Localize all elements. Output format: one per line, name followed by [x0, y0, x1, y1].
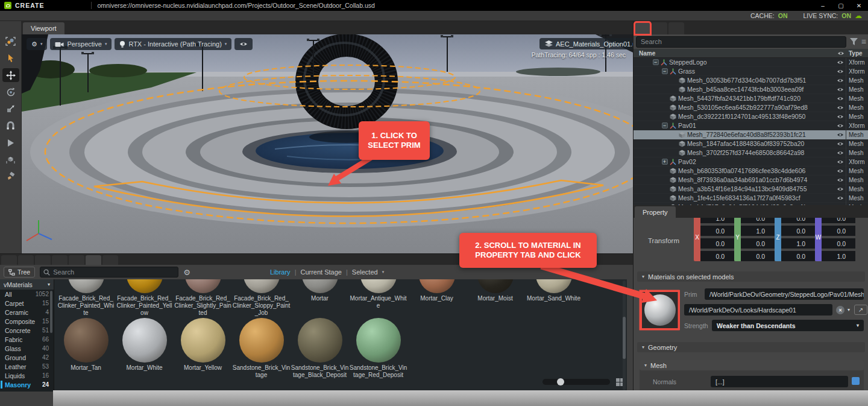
mode-library[interactable]: Library: [270, 268, 291, 276]
stage-tree-row[interactable]: Mesh_1fe4c15fe6834136a17f27a0f45983cf Me…: [634, 194, 868, 203]
stage-tree-row[interactable]: Mesh_1847afac41884836a0f839752ba20 Mesh: [634, 139, 868, 148]
material-dropdown-icon[interactable]: ▾: [848, 307, 850, 312]
visibility-eye-icon[interactable]: [837, 195, 844, 202]
stage-tree-row[interactable]: Mesh_8f73936a0aa34ab691a01ccb7d6b4974 Me…: [634, 176, 868, 185]
matrix-cell[interactable]: 0.0: [741, 251, 775, 261]
camera-selector-button[interactable]: Perspective▾: [50, 38, 112, 50]
material-card[interactable]: Mortar_Moist: [466, 279, 524, 317]
matrix-cell[interactable]: 0.0: [822, 218, 855, 223]
normals-field[interactable]: [...]: [711, 376, 848, 387]
scale-tool-button[interactable]: [2, 102, 19, 116]
category-item[interactable]: Glass 40: [0, 344, 54, 353]
stage-tree-row[interactable]: Mesh_b45aa8cec14743fcb4b3003eea09f Mesh: [634, 85, 868, 94]
geometry-section-header[interactable]: ▾Geometry: [637, 342, 865, 352]
visibility-eye-icon[interactable]: [837, 177, 844, 184]
expander-icon[interactable]: [652, 59, 659, 66]
stage-tree-row[interactable]: Mesh_03053b677d334c04b7007dd7b3f51 Mesh: [634, 76, 868, 85]
material-thumbnail-tile[interactable]: [642, 292, 678, 328]
matrix-cell[interactable]: 0.0: [781, 226, 815, 236]
stage-tree-row[interactable]: Mesh_b680353f0a07417686cfee38c4dde606 Me…: [634, 167, 868, 176]
slider-thumb[interactable]: [557, 378, 564, 385]
grid-scrollbar[interactable]: [623, 281, 626, 390]
material-card[interactable]: Mortar: [291, 279, 349, 317]
stage-tree-row[interactable]: Mesh_530105ec6ea6452b922777a90af79ed8 Me…: [634, 103, 868, 112]
expander-icon[interactable]: [661, 122, 668, 129]
category-item[interactable]: Carpet 15: [0, 299, 54, 308]
selection-set-tool-button[interactable]: [2, 34, 19, 48]
material-preview-sphere[interactable]: [644, 294, 676, 326]
rotate-tool-button[interactable]: [2, 85, 19, 99]
renderer-selector-button[interactable]: RTX - Interactive (Path Tracing)▾: [115, 38, 231, 50]
matrix-cell[interactable]: 1.0: [741, 226, 775, 236]
stage-tree-row[interactable]: Mesh_dc392221f0124701ac495133f48e9050 Me…: [634, 112, 868, 121]
physics-tool-button[interactable]: [2, 153, 19, 167]
visibility-eye-icon[interactable]: [837, 86, 844, 94]
options-menu-icon[interactable]: ≡: [861, 39, 866, 45]
material-card[interactable]: Mortar_White: [115, 317, 174, 379]
mode-selected[interactable]: Selected: [352, 268, 378, 276]
mesh-section-header[interactable]: ▾Mesh: [640, 360, 864, 370]
stage-tree-row[interactable]: Mesh_3702f257fd3744e68508c86642a98 Mesh: [634, 148, 868, 157]
select-tool-button[interactable]: [2, 51, 19, 65]
maximize-button[interactable]: ▢: [832, 0, 850, 11]
authoring-layer-badge[interactable]: AEC_Materials_Option01.usd: [539, 38, 649, 49]
tab-viewport[interactable]: Viewport: [23, 22, 64, 34]
matrix-cell[interactable]: 0.0: [781, 218, 815, 223]
stage-search-input[interactable]: [636, 36, 846, 48]
matrix-cell[interactable]: 0.0: [822, 226, 855, 236]
stage-panel-tab[interactable]: [652, 22, 667, 34]
material-card[interactable]: Sandstone_Brick_Vintage_Black_Deposit: [291, 317, 349, 379]
viewport-settings-button[interactable]: ⚙▾: [27, 38, 47, 50]
stage-tree-row[interactable]: SteppedLogo Xform: [634, 58, 868, 67]
stage-tree-row[interactable]: Mesh_772840e6efac40d8a8f52393b1fc21 Mesh: [634, 130, 868, 139]
material-card[interactable]: Sandstone_Brick_Vintage_Red_Deposit: [349, 317, 407, 379]
material-path-field[interactable]: /World/ParkDeOv/Looks/Hardscape01: [684, 304, 832, 316]
visibility-eye-icon[interactable]: [837, 159, 844, 166]
material-card[interactable]: Facade_Brick_Red_Clinker_Slightly_Painte…: [174, 279, 232, 317]
tab-property[interactable]: Property: [635, 206, 676, 218]
stage-panel-tab[interactable]: [635, 22, 650, 34]
visibility-eye-icon[interactable]: [837, 113, 844, 121]
paint-tool-button[interactable]: [2, 170, 19, 183]
stage-tree-row[interactable]: Pav02 Xform: [634, 157, 868, 167]
content-search-input[interactable]: [40, 267, 178, 278]
category-item[interactable]: Leather 53: [0, 362, 54, 371]
matrix-cell[interactable]: 1.0: [781, 238, 815, 249]
matrix-cell[interactable]: 1.0: [700, 218, 734, 223]
category-item[interactable]: Masonry 24: [0, 380, 54, 389]
materials-section-header[interactable]: ▾Materials on selected models: [637, 271, 865, 282]
matrix-cell[interactable]: 0.0: [700, 226, 734, 236]
visibility-eye-icon[interactable]: [837, 104, 844, 112]
visibility-eye-icon[interactable]: [837, 68, 844, 75]
library-dropdown[interactable]: vMaterials ▾: [0, 279, 54, 290]
material-card[interactable]: Mortar_Clay: [407, 279, 466, 317]
visibility-eye-icon[interactable]: [837, 150, 844, 157]
mode-current-stage[interactable]: Current Stage: [300, 268, 341, 276]
expander-icon[interactable]: [661, 159, 668, 165]
stage-tree-row[interactable]: Mesh_54437fbfa243421bb179bffdf741c920 Me…: [634, 94, 868, 103]
move-tool-button[interactable]: [2, 68, 19, 82]
visibility-button[interactable]: [234, 38, 253, 50]
close-button[interactable]: ✕: [850, 0, 868, 11]
stage-tree-row[interactable]: Pav01 Xform: [634, 121, 868, 130]
matrix-cell[interactable]: 0.0: [741, 238, 775, 249]
minimize-button[interactable]: –: [814, 0, 832, 11]
normals-array-button[interactable]: [852, 377, 860, 385]
viewport-scene[interactable]: [22, 34, 633, 253]
prim-path-field[interactable]: /World/ParkDeOv/Geometry/SteppedLogo/Pav…: [705, 288, 864, 300]
matrix-cell[interactable]: 1.0: [822, 251, 855, 261]
stage-tree-row[interactable]: Mesh_a3b514f16e184c94a113bc9409d84755 Me…: [634, 185, 868, 194]
category-item[interactable]: Concrete 51: [0, 326, 54, 335]
expander-icon[interactable]: [661, 68, 668, 75]
visibility-eye-icon[interactable]: [837, 122, 844, 130]
gear-icon[interactable]: ⚙: [183, 268, 190, 277]
visibility-eye-icon[interactable]: [837, 141, 844, 148]
stage-panel-tab[interactable]: [668, 22, 684, 34]
material-card[interactable]: Mortar_Sand_White: [524, 279, 583, 317]
material-card[interactable]: Sandstone_Brick_Vintage: [232, 317, 291, 379]
material-card[interactable]: Facade_Brick_Red_Clinker_Painted_Yellow: [115, 279, 174, 317]
matrix-cell[interactable]: 0.0: [741, 218, 775, 223]
clear-material-icon[interactable]: ✕: [836, 306, 844, 314]
tree-view-button[interactable]: Tree: [4, 267, 35, 278]
category-item[interactable]: Liquids 16: [0, 371, 54, 380]
